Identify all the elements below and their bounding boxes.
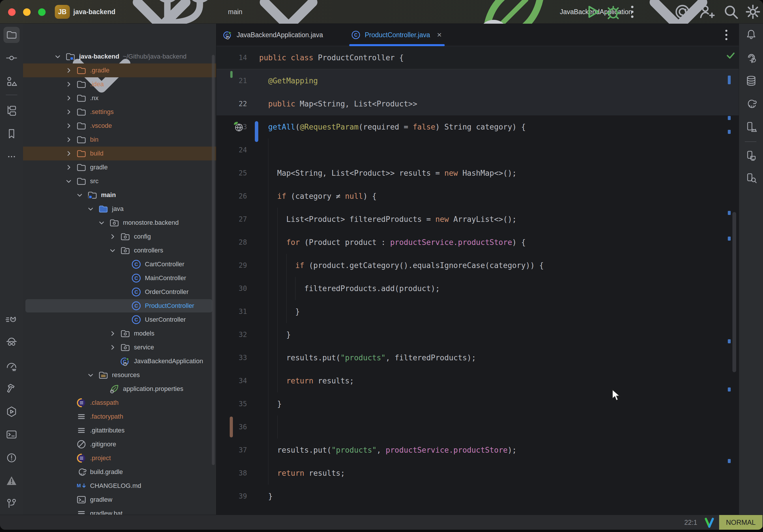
tree-item-java-backend[interactable]: java-backend~/Github/java-backend xyxy=(23,50,216,63)
tree-item-ProductController[interactable]: CProductController xyxy=(23,299,216,313)
code-with-me-button[interactable] xyxy=(698,3,715,20)
debug-button[interactable] xyxy=(605,3,621,20)
error-stripe-mark[interactable] xyxy=(728,211,731,215)
tab-productcontroller[interactable]: C ProductController.java × xyxy=(351,24,442,46)
search-everywhere-button[interactable] xyxy=(722,3,739,20)
tree-item-resources[interactable]: resources xyxy=(23,368,216,382)
project-tool-button[interactable] xyxy=(3,27,20,43)
tree-item-.vscode[interactable]: .vscode xyxy=(23,119,216,133)
code-line-28[interactable]: 28for (Product product : productService.… xyxy=(216,231,739,254)
ideavim-icon[interactable] xyxy=(704,518,714,528)
profiler-tool-button[interactable] xyxy=(3,358,20,374)
tree-item-gradlew[interactable]: gradlew xyxy=(23,493,216,507)
chevron-down-icon[interactable] xyxy=(76,191,83,198)
tree-item-.gitattributes[interactable]: .gitattributes xyxy=(23,424,216,437)
commit-tool-button[interactable] xyxy=(3,50,20,66)
chevron-right-icon[interactable] xyxy=(109,233,116,240)
error-stripe-mark[interactable] xyxy=(728,387,731,391)
code-line-33[interactable]: 33results.put("products", filteredProduc… xyxy=(216,346,739,369)
tree-item-CartController[interactable]: CCartController xyxy=(23,257,216,271)
build-tool-button[interactable] xyxy=(3,380,20,397)
tree-item-.nx[interactable]: .nx xyxy=(23,91,216,105)
error-stripe-mark[interactable] xyxy=(728,130,731,134)
tree-item-controllers[interactable]: controllers xyxy=(23,244,216,257)
chevron-down-icon[interactable] xyxy=(87,205,94,212)
tree-item-.settings[interactable]: .settings xyxy=(23,105,216,119)
tree-item-bin[interactable]: bin xyxy=(23,133,216,147)
chevron-down-icon[interactable] xyxy=(54,53,61,60)
tree-item-gradlew.bat[interactable]: gradlew.bat xyxy=(23,507,216,515)
tree-item-application.properties[interactable]: application.properties xyxy=(23,382,216,396)
tree-item-monostore.backend[interactable]: monostore.backend xyxy=(23,216,216,230)
tree-item-CHANGELOG.md[interactable]: MCHANGELOG.md xyxy=(23,479,216,493)
tree-item-build[interactable]: build xyxy=(23,147,216,160)
chevron-right-icon[interactable] xyxy=(65,136,72,143)
tree-item-MainController[interactable]: CMainController xyxy=(23,271,216,285)
chevron-down-icon[interactable] xyxy=(87,372,94,378)
code-line-23[interactable]: 23getAll(@RequestParam(required = false)… xyxy=(216,115,739,139)
bookmarks-tool-button[interactable] xyxy=(3,126,20,142)
device-explorer-tool-button[interactable] xyxy=(743,148,759,164)
chevron-right-icon[interactable] xyxy=(109,344,116,351)
tree-item-java[interactable]: java xyxy=(23,202,216,216)
tree-item-OrderController[interactable]: COrderController xyxy=(23,285,216,299)
tree-item-.factorypath[interactable]: .factorypath xyxy=(23,410,216,424)
code-line-38[interactable]: 38return results; xyxy=(216,462,739,485)
spring-endpoint-globe-icon[interactable] xyxy=(233,121,244,133)
close-tab-icon[interactable]: × xyxy=(437,30,442,40)
warnings-tool-button[interactable] xyxy=(3,473,20,489)
code-line-34[interactable]: 34return results; xyxy=(216,369,739,392)
error-stripe-mark[interactable] xyxy=(728,237,731,241)
code-line-39[interactable]: 39} xyxy=(216,485,739,508)
notifications-tool-button[interactable] xyxy=(743,27,759,43)
code-line-35[interactable]: 35} xyxy=(216,392,739,415)
code-line-31[interactable]: 31} xyxy=(216,300,739,323)
tree-item-src[interactable]: src xyxy=(23,174,216,188)
chevron-right-icon[interactable] xyxy=(65,122,72,129)
editor-options-button[interactable] xyxy=(719,28,733,42)
code-line-30[interactable]: 30filteredProducts.add(product); xyxy=(216,277,739,300)
incognito-tool-button[interactable] xyxy=(3,334,20,350)
code-line-32[interactable]: 32} xyxy=(216,323,739,346)
gradle-tool-button[interactable] xyxy=(743,96,759,112)
error-stripe-mark[interactable] xyxy=(728,75,731,84)
error-stripe-mark[interactable] xyxy=(728,339,731,343)
code-line-29[interactable]: 29if (product.getCategory().equalsIgnore… xyxy=(216,254,739,277)
tree-item-gradle[interactable]: gradle xyxy=(23,160,216,174)
more-tool-windows-tool-button[interactable] xyxy=(3,149,20,165)
tree-item-.project[interactable]: .project xyxy=(23,451,216,465)
tree-scrollbar[interactable] xyxy=(212,55,215,465)
settings-button[interactable] xyxy=(744,3,761,20)
ai-assistant-tool-button[interactable] xyxy=(743,50,759,66)
chevron-right-icon[interactable] xyxy=(109,330,116,337)
version-control-tool-button[interactable] xyxy=(3,495,20,511)
app-inspection-tool-button[interactable] xyxy=(743,170,759,186)
tree-item-service[interactable]: service xyxy=(23,341,216,354)
tree-item-.classpath[interactable]: .classpath xyxy=(23,396,216,410)
chevron-right-icon[interactable] xyxy=(65,81,72,88)
tree-item-build.gradle[interactable]: build.gradle xyxy=(23,465,216,479)
chevron-down-icon[interactable] xyxy=(98,219,105,226)
code-line-37[interactable]: 37results.put("products", productService… xyxy=(216,439,739,462)
tree-item-.gradle[interactable]: .gradle xyxy=(23,63,216,77)
code-line-21[interactable]: 21@GetMapping xyxy=(216,69,739,92)
chevron-right-icon[interactable] xyxy=(65,164,72,171)
editor-scrollbar[interactable] xyxy=(732,212,736,372)
ai-cat-tool-button[interactable] xyxy=(3,312,20,328)
code-line-22[interactable]: 22public Map<String, List<Product>> xyxy=(216,92,739,115)
branch-switcher[interactable]: main xyxy=(139,0,332,24)
tree-item-JavaBackendApplication[interactable]: CJavaBackendApplication xyxy=(23,354,216,368)
ai-assistant-button[interactable] xyxy=(674,3,691,20)
maximize-window-button[interactable] xyxy=(38,8,46,16)
close-window-button[interactable] xyxy=(8,8,16,16)
error-stripe-mark[interactable] xyxy=(728,459,731,463)
chevron-down-icon[interactable] xyxy=(109,247,116,254)
chevron-down-icon[interactable] xyxy=(65,178,72,185)
code-area[interactable]: 21@GetMapping22public Map<String, List<P… xyxy=(216,69,739,508)
minimize-window-button[interactable] xyxy=(23,8,31,16)
code-line-27[interactable]: 27List<Product> filteredProducts = new A… xyxy=(216,208,739,231)
code-line-36[interactable]: 36 xyxy=(216,415,739,439)
more-run-actions-button[interactable] xyxy=(624,3,641,20)
tree-item-main[interactable]: main xyxy=(23,188,216,202)
tree-item-UserController[interactable]: CUserController xyxy=(23,313,216,327)
